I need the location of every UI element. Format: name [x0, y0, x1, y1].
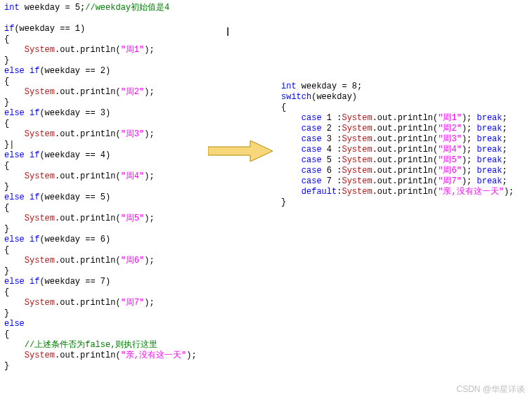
- brace: {: [4, 203, 9, 213]
- code-text: .out.println(: [55, 129, 121, 139]
- string-literal: "周1": [438, 113, 462, 123]
- code-text: .out.println(: [372, 155, 439, 165]
- string-literal: "周4": [121, 171, 145, 181]
- code-text: .out.println(: [372, 187, 439, 197]
- brace: }: [281, 197, 286, 207]
- code-text: (weekday == 6): [39, 235, 110, 244]
- brace: {: [4, 119, 9, 129]
- keyword-break: break: [477, 124, 502, 133]
- keyword-break: break: [477, 155, 502, 165]
- code-text: 7 :: [322, 176, 342, 186]
- keyword-default: default: [301, 187, 337, 197]
- brace: }: [4, 55, 9, 65]
- brace-with-cursor: }|: [4, 140, 14, 150]
- keyword-int: int: [4, 3, 20, 13]
- keyword-break: break: [477, 176, 502, 186]
- code-text: 5 :: [322, 155, 342, 165]
- code-text: .out.println(: [55, 171, 121, 181]
- if-else-code-block: int weekday = 5;//weekday初始值是4 if(weekda…: [4, 3, 197, 372]
- code-text: );: [462, 113, 477, 123]
- system-ident: System: [25, 298, 55, 308]
- code-text: 2 :: [322, 124, 342, 133]
- system-ident: System: [342, 124, 372, 133]
- code-text: );: [462, 134, 477, 144]
- string-literal: "周6": [121, 256, 145, 266]
- code-text: (weekday == 1): [14, 24, 85, 34]
- brace: }: [4, 361, 9, 371]
- brace: {: [4, 161, 9, 171]
- brace: }: [4, 98, 9, 107]
- system-ident: System: [25, 256, 55, 266]
- code-text: ;: [502, 145, 507, 155]
- system-ident: System: [342, 134, 372, 144]
- code-text: 4 :: [322, 145, 342, 155]
- keyword-break: break: [477, 113, 502, 123]
- string-literal: "周3": [121, 129, 145, 139]
- code-text: 6 :: [322, 166, 342, 176]
- code-text: weekday = 5;: [20, 3, 86, 13]
- keyword-else: else: [4, 192, 25, 202]
- code-text: 1 :: [322, 113, 342, 123]
- system-ident: System: [25, 171, 55, 181]
- string-literal: "周1": [121, 45, 145, 55]
- keyword-if: if: [30, 66, 39, 76]
- keyword-case: case: [301, 176, 322, 186]
- brace: }: [4, 182, 9, 192]
- brace: }: [4, 308, 9, 318]
- string-literal: "亲,没有这一天": [438, 187, 504, 197]
- comment: //上述条件否为false,则执行这里: [25, 340, 158, 350]
- code-text: );: [144, 214, 154, 223]
- code-text: );: [186, 351, 196, 360]
- keyword-if: if: [4, 24, 14, 34]
- code-text: );: [144, 171, 154, 181]
- keyword-case: case: [301, 155, 322, 165]
- code-text: .out.println(: [55, 214, 121, 223]
- keyword-break: break: [477, 166, 502, 176]
- keyword-case: case: [301, 113, 322, 123]
- keyword-if: if: [30, 277, 39, 287]
- code-text: .out.println(: [55, 351, 121, 360]
- code-text: .out.println(: [55, 256, 121, 266]
- code-text: 3 :: [322, 134, 342, 144]
- code-text: );: [462, 145, 477, 155]
- system-ident: System: [25, 351, 55, 360]
- keyword-if: if: [30, 235, 39, 244]
- system-ident: System: [25, 214, 55, 223]
- code-text: ;: [502, 166, 507, 176]
- code-text: );: [144, 87, 154, 97]
- code-text: );: [144, 298, 154, 308]
- code-text: );: [144, 129, 154, 139]
- system-ident: System: [25, 45, 55, 55]
- string-literal: "周5": [121, 214, 145, 223]
- code-text: );: [504, 187, 514, 197]
- keyword-case: case: [301, 166, 322, 176]
- brace: {: [4, 245, 9, 255]
- system-ident: System: [342, 113, 372, 123]
- keyword-case: case: [301, 124, 322, 133]
- code-text: ;: [502, 124, 507, 133]
- code-text: );: [462, 166, 477, 176]
- keyword-int: int: [281, 81, 297, 91]
- code-text: (weekday): [311, 92, 357, 102]
- keyword-if: if: [30, 150, 39, 160]
- arrow-shape: [208, 140, 273, 162]
- arrow-right-icon: [208, 140, 273, 162]
- code-text: (weekday == 3): [39, 108, 110, 118]
- keyword-if: if: [30, 108, 39, 118]
- brace: {: [4, 34, 9, 44]
- string-literal: "周7": [438, 176, 462, 186]
- code-text: ;: [502, 113, 507, 123]
- string-literal: "周6": [438, 166, 462, 176]
- code-text: .out.println(: [372, 134, 439, 144]
- keyword-else: else: [4, 150, 25, 160]
- system-ident: System: [342, 145, 372, 155]
- keyword-else: else: [4, 235, 25, 244]
- system-ident: System: [342, 155, 372, 165]
- keyword-else: else: [4, 108, 25, 118]
- code-text: .out.println(: [372, 145, 439, 155]
- keyword-if: if: [30, 192, 39, 202]
- code-text: .out.println(: [55, 87, 121, 97]
- keyword-else: else: [4, 319, 25, 329]
- keyword-switch: switch: [281, 92, 311, 102]
- brace: {: [281, 103, 286, 112]
